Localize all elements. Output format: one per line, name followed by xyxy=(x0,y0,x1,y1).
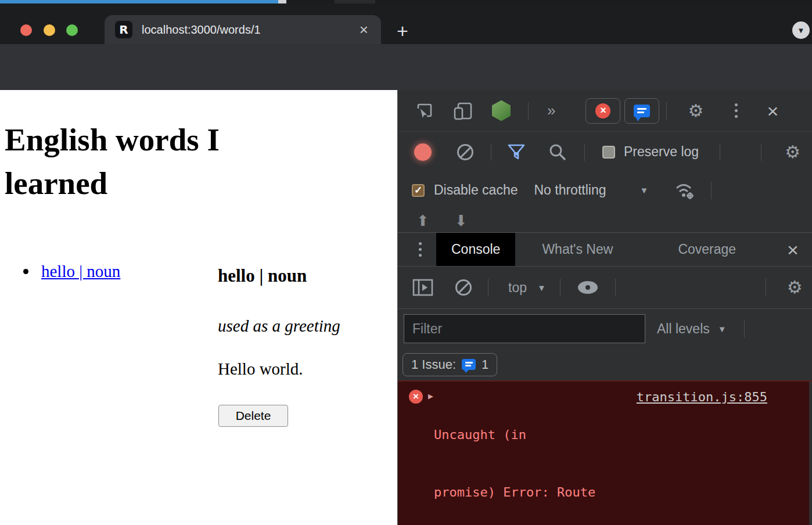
word-link[interactable]: hello | noun xyxy=(41,262,120,281)
devtools-menu-icon[interactable] xyxy=(735,103,738,118)
preserve-log-checkbox[interactable] xyxy=(602,146,615,159)
console-error-message[interactable]: × ▶ Uncaught (in promise) Error: Route "… xyxy=(398,380,812,525)
drawer-tab-bar: Console What's New Coverage × xyxy=(398,232,812,266)
clear-console-icon[interactable] xyxy=(455,279,472,296)
browser-tab[interactable]: R localhost:3000/words/1 × xyxy=(105,15,381,44)
minimize-window-button[interactable] xyxy=(44,24,55,36)
export-har-icon[interactable]: ⬇ xyxy=(455,212,468,230)
delete-button[interactable]: Delete xyxy=(218,405,288,427)
disable-cache-label: Disable cache xyxy=(434,182,518,198)
page-title: English words I learned xyxy=(5,118,307,205)
error-source-link[interactable]: transition.js:855 xyxy=(637,390,767,404)
console-context-select[interactable]: top xyxy=(508,280,527,296)
tab-strip: R localhost:3000/words/1 × + ▼ xyxy=(0,3,812,44)
live-expression-eye-icon[interactable] xyxy=(578,281,598,294)
drawer-menu-icon[interactable] xyxy=(419,242,422,257)
tab-search-button[interactable]: ▼ xyxy=(792,21,810,39)
settings-gear-icon[interactable]: ⚙ xyxy=(688,102,703,120)
tab-whats-new[interactable]: What's New xyxy=(527,233,628,267)
list-item: hello | noun xyxy=(23,262,120,281)
device-toolbar-icon[interactable] xyxy=(452,100,473,121)
error-text: Uncaught (in promise) Error: Route "rout… xyxy=(434,387,782,525)
devtools-main-toolbar: » × ⚙ × xyxy=(398,90,812,132)
console-toolbar: top ▼ ⚙ xyxy=(398,266,812,309)
log-levels-select[interactable]: All levels xyxy=(657,321,710,337)
close-window-button[interactable] xyxy=(20,24,32,36)
inspect-element-icon[interactable] xyxy=(415,101,434,121)
context-dropdown-icon[interactable]: ▼ xyxy=(537,283,546,293)
tab-close-icon[interactable]: × xyxy=(357,22,371,37)
tab-console[interactable]: Console xyxy=(436,233,515,267)
filter-icon[interactable] xyxy=(506,143,526,161)
network-toolbar: Preserve log ⚙ xyxy=(398,132,812,171)
drawer-close-icon[interactable]: × xyxy=(787,241,799,258)
browser-toolbar: ← → ↻ ⓘ localhost:3000/words/1 ☆ xyxy=(0,44,812,90)
record-network-log-button[interactable] xyxy=(414,143,432,161)
levels-dropdown-icon[interactable]: ▼ xyxy=(718,324,727,334)
throttling-dropdown-icon[interactable]: ▼ xyxy=(639,185,648,195)
import-har-icon[interactable]: ⬆ xyxy=(416,212,429,230)
disable-cache-checkbox[interactable]: ✓ xyxy=(412,184,425,197)
browser-window: R localhost:3000/words/1 × + ▼ ← → ↻ ⓘ l… xyxy=(0,0,812,525)
devtools-panel: » × ⚙ × xyxy=(397,90,812,525)
word-usage-example: Hello world. xyxy=(218,359,303,379)
rendered-page: English words I learned hello | noun hel… xyxy=(0,90,397,525)
expand-triangle-icon[interactable]: ▶ xyxy=(428,391,433,401)
devtools-close-icon[interactable]: × xyxy=(767,102,778,120)
more-panels-icon[interactable]: » xyxy=(547,102,554,120)
error-count-icon: × xyxy=(595,103,610,118)
new-tab-button[interactable]: + xyxy=(397,23,408,39)
console-settings-gear-icon[interactable]: ⚙ xyxy=(787,279,803,296)
console-scrollbar[interactable] xyxy=(809,382,812,525)
issues-bar: 1 Issue: 1 xyxy=(398,348,812,380)
network-settings-gear-icon[interactable]: ⚙ xyxy=(785,143,800,161)
console-filter-bar: All levels ▼ xyxy=(398,309,812,348)
issues-count: 1 xyxy=(482,357,488,372)
word-definition: used as a greeting xyxy=(218,317,340,336)
word-detail-title: hello | noun xyxy=(218,265,307,286)
list-bullet xyxy=(23,269,28,274)
error-indicator-button[interactable]: × xyxy=(585,98,620,124)
throttling-select[interactable]: No throttling xyxy=(534,182,606,198)
tab-coverage[interactable]: Coverage xyxy=(663,233,751,267)
issues-label: 1 Issue: xyxy=(411,357,456,372)
issues-counter-button[interactable]: 1 Issue: 1 xyxy=(403,353,497,376)
issues-chat-icon xyxy=(634,105,650,117)
preserve-log-label: Preserve log xyxy=(624,144,699,160)
remix-favicon-icon: R xyxy=(115,21,132,38)
clear-network-log-icon[interactable] xyxy=(457,144,473,160)
error-badge-icon: × xyxy=(409,390,423,404)
har-controls: ⬆ ⬇ xyxy=(398,209,812,232)
maximize-window-button[interactable] xyxy=(66,24,78,36)
node-js-icon[interactable] xyxy=(492,100,511,121)
console-filter-input[interactable] xyxy=(404,314,645,343)
issues-chat-icon xyxy=(462,359,476,370)
network-conditions-wifi-icon[interactable] xyxy=(674,181,696,200)
network-conditions-bar: ✓ Disable cache No throttling ▼ xyxy=(398,171,812,209)
search-icon[interactable] xyxy=(548,143,567,161)
chevron-down-icon: ▼ xyxy=(797,26,805,35)
tab-title: localhost:3000/words/1 xyxy=(142,23,357,37)
issues-indicator-button[interactable] xyxy=(624,98,659,124)
console-sidebar-toggle-icon[interactable] xyxy=(412,279,433,296)
